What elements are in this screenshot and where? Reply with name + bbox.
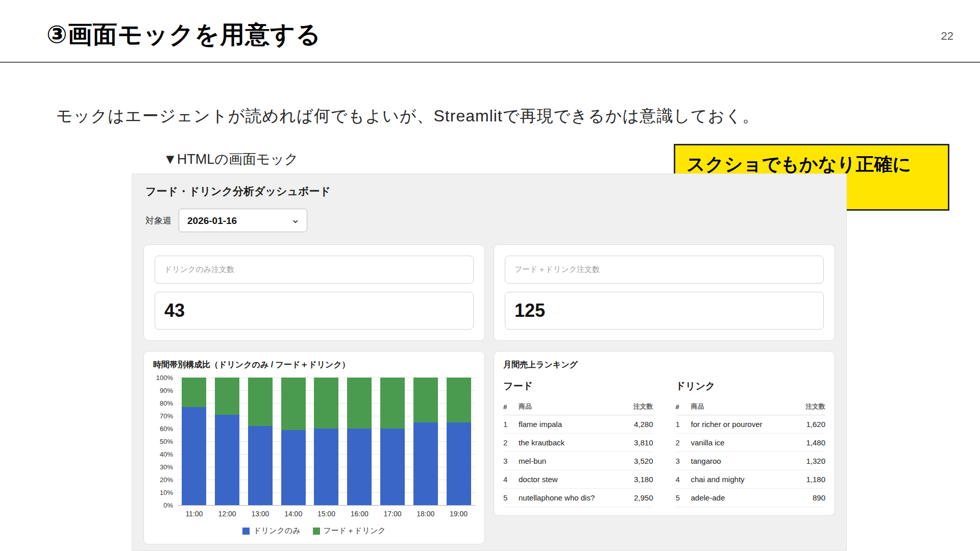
header-divider [0,62,980,63]
chart-y-axis: 100%90%80%70%60%50%40%30%20%10%0% [153,378,178,505]
column-header: 商品 [519,399,625,415]
bar-segment-food-drink [281,378,306,430]
legend-item: ドリンクのみ [242,526,300,536]
mock-label: ▼HTMLの画面モック [163,150,299,168]
bar-segment-food-drink [413,378,438,422]
ranking-data-table: #商品注文数1for richer or pourover1,6202vanil… [676,399,826,507]
count-cell: 2,950 [625,489,653,507]
table-row: 4doctor stew3,180 [503,470,653,489]
legend-label: フード＋ドリンク [324,526,386,536]
table-row: 2the krautback3,810 [503,434,653,452]
bar-segment-food-drink [215,378,239,415]
bar-segment-drink-only [447,422,471,506]
ranking-table: ドリンク#商品注文数1for richer or pourover1,6202v… [676,378,826,507]
table-row: 5nutellaphone who dis?2,950 [503,489,653,507]
column-header: 商品 [691,399,796,415]
ranking-data-table: #商品注文数1flame impala4,2802the krautback3,… [503,399,653,507]
ranking-heading: フード [503,380,653,393]
x-tick-label: 13:00 [247,510,274,518]
ranking-card: 月間売上ランキング フード#商品注文数1flame impala4,2802th… [494,351,835,516]
bar-segment-drink-only [347,429,372,505]
product-cell: for richer or pourover [691,415,796,434]
rank-cell: 2 [503,434,519,452]
metric-label: ドリンクのみ注文数 [164,265,234,273]
bar-segment-food-drink [447,378,471,422]
metric-label-box: フード＋ドリンク注文数 [505,256,824,284]
table-row: 5adele-ade890 [676,489,826,507]
gridline [178,505,475,506]
stacked-bar [447,378,471,505]
body-text: モックはエージェントが読めれば何でもよいが、Streamlitで再現できるかは意… [56,105,759,128]
week-label: 対象週 [145,215,172,227]
x-tick-label: 12:00 [214,510,240,518]
bar-segment-food-drink [248,378,273,426]
stacked-bar [281,378,306,505]
column-header: # [503,399,519,415]
column-header: # [676,399,691,415]
chart-legend: ドリンクのみフード＋ドリンク [153,526,475,536]
count-cell: 1,320 [796,452,825,470]
table-row: 3tangaroo1,320 [676,452,826,470]
chart-x-axis: 11:0012:0013:0014:0015:0016:0017:0018:00… [178,510,475,518]
chart-plot [178,378,475,505]
metric-card-drink-only: ドリンクのみ注文数 43 [143,244,485,341]
rank-cell: 5 [503,489,519,507]
legend-label: ドリンクのみ [253,526,300,536]
chart-card: 時間帯別構成比（ドリンクのみ / フード＋ドリンク） 100%90%80%70%… [143,351,485,544]
bar-segment-drink-only [215,415,239,506]
count-cell: 3,180 [625,470,653,489]
count-cell: 3,810 [625,434,653,452]
table-row: 3mel-bun3,520 [503,452,653,470]
dashboard-title: フード・ドリンク分析ダッシュボード [145,184,835,198]
bar-segment-drink-only [281,430,306,506]
table-header-row: #商品注文数 [676,399,826,415]
count-cell: 1,620 [796,415,825,434]
stacked-bar [413,378,438,505]
chart-title: 時間帯別構成比（ドリンクのみ / フード＋ドリンク） [153,360,475,370]
product-cell: chai and mighty [691,470,796,489]
x-tick-label: 16:00 [346,510,373,518]
week-select[interactable]: 2026-01-16 [179,209,307,232]
stacked-bar [248,378,273,505]
week-selector-row: 対象週 2026-01-16 ⌄ [145,209,835,232]
count-cell: 1,480 [796,434,825,452]
column-header: 注文数 [625,399,653,415]
ranking-title: 月間売上ランキング [503,360,825,370]
bar-segment-food-drink [314,378,338,429]
product-cell: tangaroo [691,452,796,470]
rank-cell: 4 [676,470,691,489]
x-tick-label: 14:00 [280,510,307,518]
legend-swatch [242,528,250,535]
metric-value-box: 125 [505,292,824,330]
x-tick-label: 17:00 [379,510,406,518]
metric-value-box: 43 [155,292,474,330]
product-cell: flame impala [519,415,625,434]
x-tick-label: 18:00 [412,510,439,518]
metric-label-box: ドリンクのみ注文数 [155,256,474,284]
x-tick-label: 19:00 [446,510,472,518]
count-cell: 890 [796,489,825,507]
stacked-bar [215,378,239,505]
legend-swatch [313,528,320,535]
x-tick-label: 11:00 [181,510,207,518]
product-cell: nutellaphone who dis? [519,489,625,507]
chart-plot-column: 11:0012:0013:0014:0015:0016:0017:0018:00… [178,378,475,518]
rank-cell: 5 [676,489,691,507]
ranking-table: フード#商品注文数1flame impala4,2802the krautbac… [503,378,653,507]
product-cell: mel-bun [519,452,625,470]
slide: ③画面モックを用意する 22 モックはエージェントが読めれば何でもよいが、Str… [0,0,980,551]
bottom-row: 時間帯別構成比（ドリンクのみ / フード＋ドリンク） 100%90%80%70%… [143,351,835,544]
stacked-bar [380,378,405,505]
count-cell: 4,280 [625,415,653,434]
metric-label: フード＋ドリンク注文数 [514,265,600,273]
table-row: 2vanilla ice1,480 [676,434,826,452]
bar-segment-food-drink [347,378,372,429]
product-cell: vanilla ice [691,434,796,452]
product-cell: the krautback [519,434,625,452]
table-row: 1for richer or pourover1,620 [676,415,826,434]
table-header-row: #商品注文数 [503,399,653,415]
column-header: 注文数 [796,399,825,415]
week-select-wrap: 2026-01-16 ⌄ [179,209,307,232]
rank-cell: 2 [676,434,691,452]
stacked-bar [182,378,206,505]
